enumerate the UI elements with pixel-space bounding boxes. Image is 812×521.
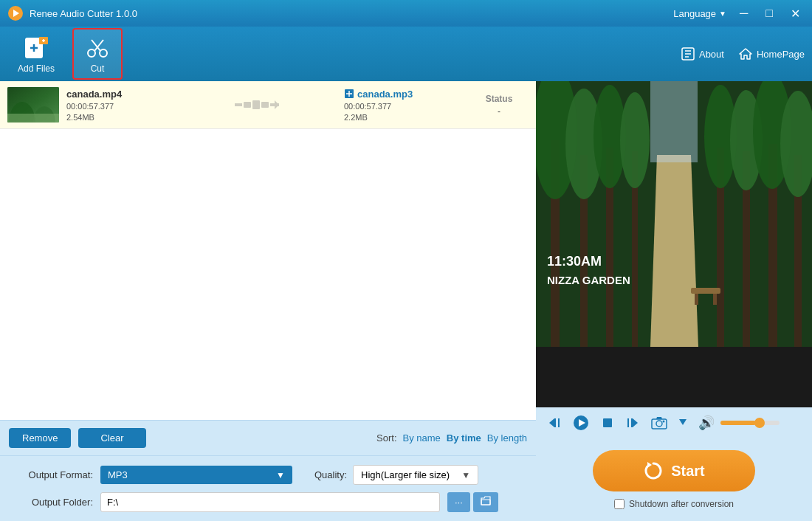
language-selector[interactable]: Language ▼ (673, 8, 726, 19)
svg-rect-64 (603, 418, 612, 427)
skip-back-icon (548, 416, 561, 429)
minimize-button[interactable]: ─ (735, 5, 752, 21)
output-file-info: canada.mp3 00:00:57.377 2.2MB (344, 89, 462, 122)
svg-rect-25 (244, 102, 251, 108)
input-file-info: canada.mp4 00:00:57.377 2.54MB (66, 89, 170, 122)
svg-point-48 (620, 92, 650, 188)
svg-line-14 (97, 40, 103, 47)
camera-dropdown-arrow (679, 419, 687, 427)
svg-rect-54 (695, 294, 698, 305)
svg-marker-72 (679, 419, 687, 425)
convert-arrow (235, 96, 279, 114)
svg-point-69 (656, 421, 662, 427)
svg-rect-53 (691, 288, 720, 294)
shutdown-checkbox[interactable] (614, 499, 625, 509)
skip-forward-button[interactable] (623, 415, 642, 431)
remove-button[interactable]: Remove (9, 428, 71, 448)
volume-fill (720, 421, 756, 425)
svg-rect-56 (650, 81, 698, 162)
play-button[interactable] (570, 413, 592, 432)
status-value: - (469, 106, 529, 117)
svg-marker-36 (650, 155, 698, 347)
screenshot-button[interactable] (648, 415, 670, 431)
output-duration: 00:00:57.377 (344, 102, 462, 111)
folder-input[interactable] (100, 492, 440, 512)
maximize-button[interactable]: □ (761, 5, 777, 21)
svg-marker-59 (549, 418, 554, 427)
main-area: canada.mp4 00:00:57.377 2.54MB (0, 81, 812, 521)
skip-forward-icon (626, 416, 639, 429)
close-button[interactable]: ✕ (786, 5, 805, 22)
player-controls: 🔊 (536, 407, 812, 438)
output-size: 2.2MB (344, 113, 462, 122)
thumbnail-image (7, 87, 59, 123)
cut-button[interactable]: Cut (72, 28, 123, 80)
clear-button[interactable]: Clear (78, 428, 145, 448)
volume-icon: 🔊 (698, 415, 715, 431)
svg-rect-55 (713, 294, 717, 305)
folder-row: Output Folder: ··· (12, 492, 524, 512)
titlebar: Renee Audio Cutter 1.0.0 Language ▼ ─ □ … (0, 0, 812, 27)
scissors-icon (84, 34, 111, 61)
stop-button[interactable] (598, 415, 617, 431)
svg-point-71 (663, 421, 665, 423)
sort-label: Sort: (376, 432, 396, 444)
left-panel: canada.mp4 00:00:57.377 2.54MB (0, 81, 536, 521)
camera-icon (651, 416, 667, 429)
svg-marker-65 (633, 418, 638, 427)
format-dropdown[interactable]: MP3 ▼ (100, 466, 292, 484)
about-button[interactable]: About (681, 47, 724, 61)
folder-label: Output Folder: (12, 497, 93, 508)
file-list: canada.mp4 00:00:57.377 2.54MB (0, 81, 536, 420)
volume-thumb (754, 418, 765, 428)
open-folder-button[interactable] (473, 492, 498, 512)
svg-rect-24 (235, 103, 242, 106)
home-icon (739, 47, 752, 61)
output-settings: Output Format: MP3 ▼ Quality: High(Large… (0, 455, 536, 521)
svg-rect-23 (7, 114, 59, 123)
homepage-button[interactable]: HomePage (739, 47, 805, 61)
format-dropdown-arrow: ▼ (276, 470, 285, 480)
table-row: canada.mp4 00:00:57.377 2.54MB (0, 81, 536, 129)
start-button[interactable]: Start (593, 450, 755, 491)
video-preview: 11:30AM NIZZA GARDEN (536, 81, 812, 407)
app-logo (7, 5, 24, 21)
preview-image: 11:30AM NIZZA GARDEN (536, 81, 812, 347)
quality-label: Quality: (314, 469, 347, 480)
svg-rect-67 (627, 418, 629, 427)
svg-rect-66 (631, 418, 633, 427)
shutdown-row: Shutdown after conversion (614, 499, 734, 509)
svg-marker-70 (656, 417, 662, 419)
start-area: Start Shutdown after conversion (536, 438, 812, 521)
quality-dropdown[interactable]: High(Larger file size) ▼ (353, 465, 478, 485)
stop-icon (601, 416, 614, 429)
format-row: Output Format: MP3 ▼ Quality: High(Large… (12, 465, 524, 485)
volume-slider[interactable] (720, 421, 780, 425)
quality-area: Quality: High(Larger file size) ▼ (314, 465, 478, 485)
browse-folder-button[interactable]: ··· (447, 492, 470, 512)
svg-text:11:30AM: 11:30AM (547, 254, 602, 269)
sort-by-time[interactable]: By time (447, 432, 481, 444)
svg-line-12 (97, 47, 100, 51)
camera-dropdown[interactable] (679, 418, 687, 429)
play-icon (573, 415, 589, 431)
input-duration: 00:00:57.377 (66, 102, 170, 111)
svg-marker-19 (740, 49, 751, 59)
skip-back-button[interactable] (545, 415, 564, 431)
right-panel: 11:30AM NIZZA GARDEN (536, 81, 812, 521)
add-files-label: Add Files (18, 63, 55, 74)
cut-label: Cut (91, 63, 105, 74)
add-files-button[interactable]: Add Files (7, 30, 65, 78)
edit-icon (344, 89, 354, 99)
folder-buttons: ··· (447, 492, 498, 512)
add-files-icon (23, 34, 49, 61)
sort-area: Sort: By name By time By length (376, 432, 527, 444)
start-icon (643, 460, 664, 481)
status-area: Status - (469, 94, 529, 117)
sort-by-name[interactable]: By name (403, 432, 441, 444)
sort-by-length[interactable]: By length (487, 432, 527, 444)
svg-rect-26 (252, 100, 260, 109)
toolbar-right: About HomePage (681, 47, 805, 61)
svg-marker-73 (647, 462, 652, 468)
about-icon (681, 47, 695, 61)
